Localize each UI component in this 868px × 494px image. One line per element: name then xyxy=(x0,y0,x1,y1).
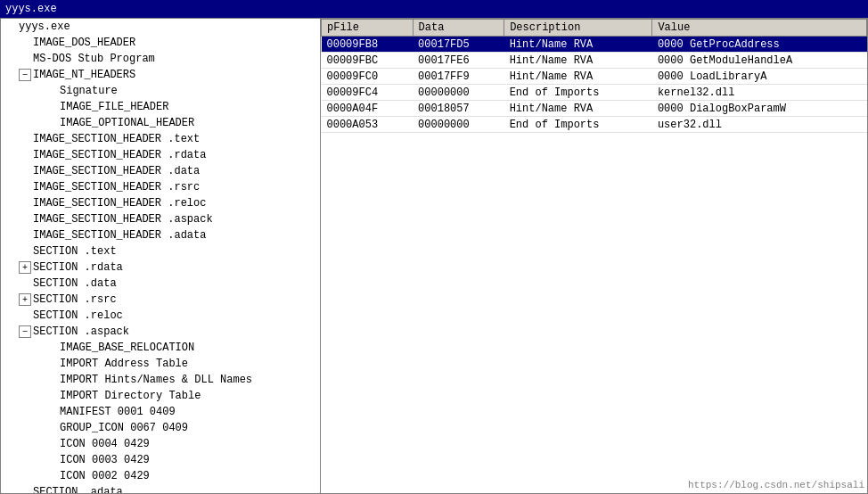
tree-label: IMAGE_SECTION_HEADER .reloc xyxy=(31,197,206,210)
tree-item-section-rdata[interactable]: IMAGE_SECTION_HEADER .rdata xyxy=(1,147,320,163)
tree-item-optional-header[interactable]: IMAGE_OPTIONAL_HEADER xyxy=(1,115,320,131)
cell-data: 00000000 xyxy=(413,117,504,133)
tree-label: IMAGE_SECTION_HEADER .data xyxy=(31,165,200,177)
tree-label: GROUP_ICON 0067 0409 xyxy=(58,422,188,434)
table-row[interactable]: 00009FB800017FD5Hint/Name RVA0000 GetPro… xyxy=(322,37,867,53)
tree-label: IMAGE_SECTION_HEADER .rdata xyxy=(31,149,206,161)
table-row[interactable]: 0000A04F00018057Hint/Name RVA0000 Dialog… xyxy=(322,101,867,117)
cell-description: Hint/Name RVA xyxy=(504,53,652,69)
tree-label: SECTION .reloc xyxy=(31,309,123,322)
data-table: pFileDataDescriptionValue 00009FB800017F… xyxy=(321,19,867,133)
cell-data: 00017FE6 xyxy=(413,53,504,69)
tree-item-import-directory[interactable]: IMPORT Directory Table xyxy=(1,388,320,404)
cell-value: user32.dll xyxy=(652,117,867,133)
tree-item-dos-header[interactable]: IMAGE_DOS_HEADER xyxy=(1,35,320,51)
tree-label: ICON 0004 0429 xyxy=(58,438,150,450)
tree-item-section-data[interactable]: IMAGE_SECTION_HEADER .data xyxy=(1,163,320,179)
cell-description: Hint/Name RVA xyxy=(504,69,652,85)
tree-item-file-header[interactable]: IMAGE_FILE_HEADER xyxy=(1,99,320,115)
cell-data: 00017FD5 xyxy=(413,37,504,53)
tree-item-section-aspack[interactable]: IMAGE_SECTION_HEADER .aspack xyxy=(1,211,320,227)
tree-item-icon-0002[interactable]: ICON 0002 0429 xyxy=(1,468,320,484)
cell-value: 0000 GetModuleHandleA xyxy=(652,53,867,69)
tree-item-image-base-reloc[interactable]: IMAGE_BASE_RELOCATION xyxy=(1,340,320,356)
tree-label: ICON 0002 0429 xyxy=(58,470,150,482)
tree-item-section-reloc[interactable]: IMAGE_SECTION_HEADER .reloc xyxy=(1,195,320,211)
cell-pFile: 0000A04F xyxy=(322,101,414,117)
table-row[interactable]: 00009FC000017FF9Hint/Name RVA0000 LoadLi… xyxy=(322,69,867,85)
tree-item-sect-rsrc[interactable]: +SECTION .rsrc xyxy=(1,292,320,308)
tree-item-import-address[interactable]: IMPORT Address Table xyxy=(1,356,320,372)
cell-description: End of Imports xyxy=(504,85,652,101)
column-header-description[interactable]: Description xyxy=(504,20,652,37)
cell-description: Hint/Name RVA xyxy=(504,37,652,53)
tree-item-signature[interactable]: Signature xyxy=(1,83,320,99)
tree-item-manifest[interactable]: MANIFEST 0001 0409 xyxy=(1,404,320,420)
tree-label: SECTION .data xyxy=(31,277,117,290)
tree-label: IMAGE_NT_HEADERS xyxy=(31,69,135,81)
tree-item-icon-0003[interactable]: ICON 0003 0429 xyxy=(1,452,320,468)
tree-label: ICON 0003 0429 xyxy=(58,454,150,466)
tree-item-sect-text[interactable]: SECTION .text xyxy=(1,243,320,259)
cell-description: Hint/Name RVA xyxy=(504,101,652,117)
tree-label: MS-DOS Stub Program xyxy=(31,53,155,65)
tree-label: yyys.exe xyxy=(17,21,70,33)
tree-item-sect-adata[interactable]: SECTION .adata xyxy=(1,484,320,494)
tree-label: IMAGE_DOS_HEADER xyxy=(31,37,135,49)
cell-value: 0000 DialogBoxParamW xyxy=(652,101,867,117)
cell-pFile: 0000A053 xyxy=(322,117,414,133)
tree-label: SECTION .text xyxy=(31,245,117,258)
tree-label: SECTION .rdata xyxy=(31,261,123,274)
table-row[interactable]: 00009FC400000000End of Importskernel32.d… xyxy=(322,85,867,101)
tree-panel[interactable]: yyys.exeIMAGE_DOS_HEADERMS-DOS Stub Prog… xyxy=(0,18,321,494)
cell-pFile: 00009FB8 xyxy=(322,37,414,53)
tree-item-nt-headers[interactable]: −IMAGE_NT_HEADERS xyxy=(1,67,320,83)
watermark: https://blog.csdn.net/shipsali xyxy=(688,480,864,490)
cell-data: 00017FF9 xyxy=(413,69,504,85)
tree-label: IMAGE_OPTIONAL_HEADER xyxy=(58,117,194,129)
cell-value: kernel32.dll xyxy=(652,85,867,101)
tree-toggle-minus[interactable]: − xyxy=(19,325,31,338)
tree-label: IMAGE_SECTION_HEADER .adata xyxy=(31,229,206,242)
tree-item-root[interactable]: yyys.exe xyxy=(1,19,320,35)
tree-label: SECTION .adata xyxy=(31,486,123,494)
tree-label: IMPORT Address Table xyxy=(58,358,188,370)
title-label: yyys.exe xyxy=(5,3,57,15)
tree-item-group-icon[interactable]: GROUP_ICON 0067 0409 xyxy=(1,420,320,436)
cell-description: End of Imports xyxy=(504,117,652,133)
tree-label: IMAGE_BASE_RELOCATION xyxy=(58,342,194,354)
tree-item-import-hints[interactable]: IMPORT Hints/Names & DLL Names xyxy=(1,372,320,388)
cell-pFile: 00009FBC xyxy=(322,53,414,69)
tree-label: IMAGE_SECTION_HEADER .text xyxy=(31,133,200,145)
table-row[interactable]: 00009FBC00017FE6Hint/Name RVA0000 GetMod… xyxy=(322,53,867,69)
column-header-value[interactable]: Value xyxy=(652,20,867,37)
tree-item-section-adata[interactable]: IMAGE_SECTION_HEADER .adata xyxy=(1,227,320,243)
cell-pFile: 00009FC4 xyxy=(322,85,414,101)
tree-item-ms-dos-stub[interactable]: MS-DOS Stub Program xyxy=(1,51,320,67)
title-bar: yyys.exe xyxy=(0,0,868,18)
tree-label: IMPORT Hints/Names & DLL Names xyxy=(58,374,252,386)
tree-item-section-rsrc[interactable]: IMAGE_SECTION_HEADER .rsrc xyxy=(1,179,320,195)
cell-data: 00018057 xyxy=(413,101,504,117)
cell-data: 00000000 xyxy=(413,85,504,101)
column-header-data[interactable]: Data xyxy=(413,20,504,37)
table-row[interactable]: 0000A05300000000End of Importsuser32.dll xyxy=(322,117,867,133)
tree-item-sect-aspack[interactable]: −SECTION .aspack xyxy=(1,324,320,340)
tree-label: IMAGE_SECTION_HEADER .aspack xyxy=(31,213,213,226)
cell-value: 0000 LoadLibraryA xyxy=(652,69,867,85)
tree-item-sect-reloc[interactable]: SECTION .reloc xyxy=(1,308,320,324)
tree-item-sect-rdata[interactable]: +SECTION .rdata xyxy=(1,259,320,276)
tree-label: IMAGE_SECTION_HEADER .rsrc xyxy=(31,181,200,193)
tree-label: IMAGE_FILE_HEADER xyxy=(58,101,168,113)
tree-toggle-minus[interactable]: − xyxy=(19,69,31,81)
table-panel[interactable]: pFileDataDescriptionValue 00009FB800017F… xyxy=(321,18,868,494)
tree-item-section-text[interactable]: IMAGE_SECTION_HEADER .text xyxy=(1,131,320,147)
cell-pFile: 00009FC0 xyxy=(322,69,414,85)
tree-label: SECTION .rsrc xyxy=(31,293,117,306)
tree-item-icon-0004[interactable]: ICON 0004 0429 xyxy=(1,436,320,452)
tree-label: MANIFEST 0001 0409 xyxy=(58,406,176,418)
tree-toggle-plus[interactable]: + xyxy=(19,261,31,274)
column-header-pfile[interactable]: pFile xyxy=(322,20,414,37)
tree-toggle-plus[interactable]: + xyxy=(19,293,31,306)
tree-item-sect-data[interactable]: SECTION .data xyxy=(1,276,320,292)
